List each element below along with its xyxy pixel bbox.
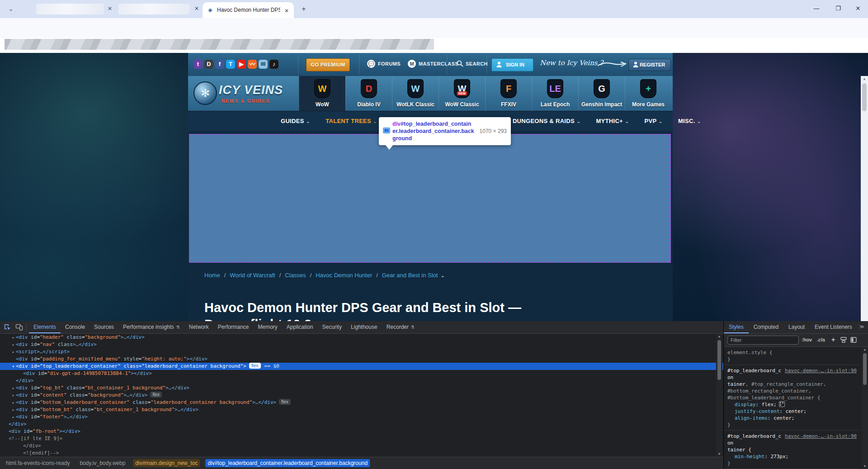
sidebar-tab-styles[interactable]: Styles	[724, 321, 749, 333]
window-close-button[interactable]: ✕	[848, 0, 868, 17]
game-tab-wow-classic[interactable]: WNEWWoW Classic	[439, 76, 485, 111]
stylesheet-source-link[interactable]: havoc-demon-…-in-slot:90	[785, 367, 857, 374]
sidebar-tab-event-listeners[interactable]: Event Listeners	[810, 321, 857, 333]
device-toolbar-icon[interactable]	[15, 323, 23, 331]
twisty-icon[interactable]: ▾	[11, 363, 16, 370]
twisty-icon[interactable]: ▸	[11, 392, 16, 399]
stylesheet-source-link[interactable]: havoc-demon-…-in-slot:90	[785, 433, 857, 440]
devtools-tab-performance[interactable]: Performance	[213, 321, 254, 333]
twisty-icon[interactable]: ▸	[11, 413, 16, 421]
breadcrumb-link[interactable]: World of Warcraft	[230, 272, 275, 279]
tree-row[interactable]: <div id="padding_for_minified_menu" styl…	[0, 355, 723, 363]
breadcrumb-link[interactable]: Gear and Best in Slot	[382, 272, 438, 279]
twisty-icon[interactable]: ▸	[11, 341, 16, 348]
tree-row-selected[interactable]: ▾<div id="top_leaderboard_container" cla…	[0, 363, 723, 370]
go-premium-button[interactable]: GO PREMIUM	[306, 58, 350, 71]
game-tab-wow[interactable]: WWoW	[299, 76, 345, 111]
search-link[interactable]: SEARCH	[466, 61, 488, 66]
tree-row[interactable]: <div id="div-gpt-ad-1498507813884-1"></d…	[0, 370, 723, 377]
window-minimize-button[interactable]: —	[807, 0, 826, 17]
css-declaration[interactable]: align-items: center;	[727, 415, 857, 422]
class-toggle-button[interactable]: .cls	[817, 337, 825, 342]
twitter-icon[interactable]: T	[226, 60, 235, 69]
tree-row[interactable]: ▸<div id="bottom_leaderboard_container" …	[0, 399, 723, 406]
page-scrollbar[interactable]: ▲	[861, 76, 868, 321]
window-maximize-button[interactable]: ❐	[828, 0, 848, 17]
tree-row[interactable]: </div>	[0, 377, 723, 384]
dom-crumb[interactable]: html.fa-events-icons-ready	[4, 459, 72, 467]
new-style-rule-button[interactable]: +	[831, 336, 835, 343]
tree-row[interactable]: <div id="fb-root"></div>	[0, 428, 723, 435]
dom-crumb[interactable]: div#top_leaderboard_container.leaderboar…	[205, 459, 370, 467]
inspect-element-icon[interactable]	[4, 323, 11, 331]
twisty-icon[interactable]: ▸	[11, 406, 16, 413]
css-declaration[interactable]: min-height: 273px;	[727, 453, 857, 460]
close-tab-icon[interactable]: ✕	[283, 7, 290, 14]
tree-row[interactable]: <!--[if lte IE 9]>	[0, 435, 723, 442]
computed-sidebar-toggle-icon[interactable]	[850, 337, 857, 343]
close-tab-icon[interactable]: ✕	[106, 5, 113, 12]
devtools-tab-memory[interactable]: Memory	[254, 321, 282, 333]
css-declaration[interactable]: display: flex;	[727, 401, 857, 408]
game-tab-ffxiv[interactable]: FFFXIV	[485, 76, 532, 111]
game-tab-last-epoch[interactable]: LELast Epoch	[532, 76, 578, 111]
tree-row[interactable]: ▸<script>…</script>	[0, 348, 723, 355]
devtools-tab-network[interactable]: Network	[184, 321, 213, 333]
dom-crumb[interactable]: div#main.design_new_toc	[133, 459, 200, 467]
twisty-icon[interactable]: ▸	[11, 399, 16, 406]
sidebar-tab-layout[interactable]: Layout	[783, 321, 810, 333]
devtools-tab-sources[interactable]: Sources	[90, 321, 118, 333]
devtools-tab-performance-insights[interactable]: Performance insights⚗	[118, 321, 184, 333]
new-tab-button[interactable]: +	[299, 5, 308, 14]
tree-row[interactable]: </div>	[0, 442, 723, 450]
twisty-icon[interactable]: ▸	[11, 384, 16, 392]
game-tab-genshin-impact[interactable]: GGenshin Impact	[578, 76, 625, 111]
styles-scrollbar[interactable]: ▲▼	[862, 347, 868, 469]
devtools-tab-console[interactable]: Console	[61, 321, 90, 333]
menu-item-guides[interactable]: GUIDES⌄	[281, 118, 310, 124]
rss-icon[interactable]: 〰	[248, 60, 257, 69]
tiktok-icon[interactable]: ♪	[269, 60, 278, 69]
flex-badge[interactable]: flex	[249, 363, 261, 369]
twitch-icon[interactable]: t	[193, 60, 203, 69]
styles-filter-input[interactable]: Filter	[727, 336, 799, 345]
devtools-tab-security[interactable]: Security	[318, 321, 346, 333]
tree-row[interactable]: ▸<div id="footer">…</div>	[0, 413, 723, 421]
chevron-down-icon[interactable]: ⌄	[440, 273, 444, 278]
tree-row[interactable]: ▸<div id="content" class="background">…<…	[0, 392, 723, 399]
tab-redacted-2[interactable]	[118, 4, 190, 14]
flex-editor-icon[interactable]	[779, 401, 785, 407]
tab-search-icon[interactable]: ⌄	[5, 4, 16, 14]
scrollbar-thumb[interactable]	[862, 83, 867, 111]
tree-row[interactable]: ▸<div id="top_bt" class="bt_container_1 …	[0, 384, 723, 392]
breadcrumb-link[interactable]: Havoc Demon Hunter	[316, 272, 372, 279]
twisty-icon[interactable]: ▸	[11, 334, 16, 341]
tree-row[interactable]: ▸<div id="bottom_bt" class="bt_container…	[0, 406, 723, 413]
menu-item-pvp[interactable]: PVP⌄	[645, 118, 663, 124]
breadcrumb-link[interactable]: Home	[204, 272, 220, 279]
devtools-tab-application[interactable]: Application	[282, 321, 318, 333]
rendering-emulation-icon[interactable]	[840, 337, 847, 343]
menu-item-dungeons-raids[interactable]: DUNGEONS & RAIDS⌄	[513, 118, 581, 124]
css-declaration[interactable]: justify-content: center;	[727, 408, 857, 415]
flex-badge[interactable]: flex	[279, 399, 291, 405]
menu-item-talent-trees[interactable]: TALENT TREES⌄	[326, 118, 377, 124]
forums-link[interactable]: FORUMS	[378, 61, 401, 66]
elements-scrollbar[interactable]: ▲▼	[716, 334, 722, 457]
tree-row[interactable]: <![endif]-->	[0, 450, 723, 457]
menu-item-misc-[interactable]: MISC.⌄	[678, 118, 701, 124]
devtools-tab-elements[interactable]: Elements	[29, 321, 61, 333]
devtools-tab-recorder[interactable]: Recorder⚗	[382, 321, 419, 333]
masterclass-link[interactable]: MASTERCLASS	[419, 61, 458, 66]
menu-item-mythic+[interactable]: MYTHIC+⌄	[596, 118, 629, 124]
discord-icon[interactable]: D	[204, 60, 213, 69]
sidebar-overflow-icon[interactable]: ≫	[859, 324, 864, 330]
sign-in-button[interactable]: SIGN IN	[491, 58, 533, 71]
breadcrumb-link[interactable]: Classes	[285, 272, 306, 279]
sidebar-tab-computed[interactable]: Computed	[749, 321, 783, 333]
dom-crumb[interactable]: body.iv_body.webp	[77, 459, 127, 467]
close-tab-icon[interactable]: ✕	[193, 5, 200, 12]
icy-veins-logo[interactable]: ✻ ICY VEINS NEWS & GUIDES	[188, 76, 299, 111]
youtube-icon[interactable]: ▶	[237, 60, 246, 69]
tree-row[interactable]: ▸<div id="nav" class>…</div>	[0, 341, 723, 348]
